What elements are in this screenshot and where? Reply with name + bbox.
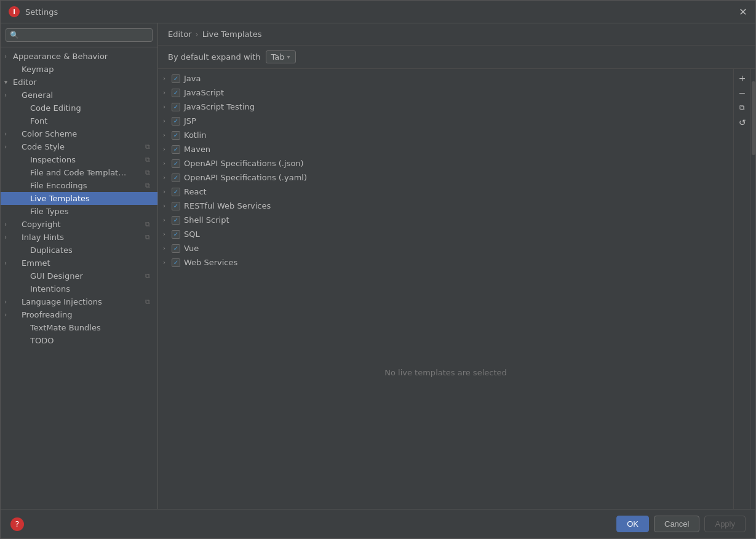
sidebar-item-intentions[interactable]: Intentions [1, 282, 157, 295]
sidebar-item-color-scheme[interactable]: › Color Scheme [1, 127, 157, 140]
expand-dropdown[interactable]: Tab ▾ [266, 50, 296, 63]
template-list-item[interactable]: ›✓SQL [158, 227, 733, 241]
apply-button[interactable]: Apply [704, 516, 746, 532]
close-button[interactable]: ✕ [738, 7, 748, 17]
copy-icon: ⧉ [145, 156, 154, 164]
remove-button[interactable]: − [736, 86, 749, 100]
sidebar-item-label: GUI Designer [30, 271, 143, 281]
template-checkbox[interactable]: ✓ [172, 174, 180, 182]
sidebar-item-gui-designer[interactable]: GUI Designer ⧉ [1, 270, 157, 282]
chevron-icon: › [163, 103, 172, 110]
sidebar: 🔍 › Appearance & Behavior Keymap [1, 23, 158, 509]
template-list-item[interactable]: ›✓Kotlin [158, 128, 733, 142]
template-list-item[interactable]: ›✓JavaScript Testing [158, 100, 733, 114]
help-button[interactable]: ? [10, 517, 24, 531]
chevron-icon: › [4, 311, 13, 318]
sidebar-item-appearance[interactable]: › Appearance & Behavior [1, 50, 157, 63]
templates-area: ›✓Java›✓JavaScript›✓JavaScript Testing›✓… [158, 69, 755, 509]
sidebar-item-label: Intentions [30, 284, 154, 293]
template-checkbox[interactable]: ✓ [172, 230, 180, 239]
sidebar-item-code-style[interactable]: › Code Style ⧉ [1, 140, 157, 153]
template-checkbox[interactable]: ✓ [172, 258, 180, 267]
sidebar-item-file-code-templates[interactable]: File and Code Templat… ⧉ [1, 166, 157, 179]
action-buttons: + − ⧉ ↺ [733, 69, 750, 509]
breadcrumb-parent: Editor [168, 30, 191, 39]
chevron-icon: ▾ [4, 79, 13, 86]
template-checkbox[interactable]: ✓ [172, 74, 180, 83]
template-list-item[interactable]: ›✓JavaScript [158, 86, 733, 100]
content-area: 🔍 › Appearance & Behavior Keymap [1, 23, 755, 509]
sidebar-item-label: Code Style [22, 142, 143, 151]
search-input-wrap[interactable]: 🔍 [6, 28, 153, 42]
template-list-item[interactable]: ›✓OpenAPI Specifications (.json) [158, 156, 733, 170]
sidebar-item-label: Font [30, 116, 154, 126]
template-checkbox[interactable]: ✓ [172, 159, 180, 168]
search-input[interactable] [22, 31, 148, 39]
sidebar-item-label: File Types [30, 207, 154, 216]
sidebar-item-code-editing[interactable]: Code Editing [1, 102, 157, 114]
template-item-label: Maven [184, 145, 728, 154]
sidebar-item-label: Copyright [22, 220, 143, 229]
add-button[interactable]: + [736, 71, 749, 85]
sidebar-item-duplicates[interactable]: Duplicates [1, 244, 157, 257]
sidebar-item-copyright[interactable]: › Copyright ⧉ [1, 218, 157, 231]
sidebar-item-proofreading[interactable]: › Proofreading [1, 308, 157, 321]
template-checkbox[interactable]: ✓ [172, 103, 180, 111]
ok-button[interactable]: OK [616, 516, 649, 532]
template-item-label: JavaScript [184, 88, 728, 97]
cancel-button[interactable]: Cancel [654, 516, 699, 532]
chevron-icon: › [163, 202, 172, 209]
template-checkbox[interactable]: ✓ [172, 89, 180, 97]
template-item-label: Java [184, 74, 728, 83]
sidebar-item-todo[interactable]: TODO [1, 334, 157, 347]
sidebar-item-inlay-hints[interactable]: › Inlay Hints ⧉ [1, 231, 157, 244]
template-list-item[interactable]: ›✓OpenAPI Specifications (.yaml) [158, 170, 733, 185]
template-checkbox[interactable]: ✓ [172, 131, 180, 140]
template-list-item[interactable]: ›✓Java [158, 71, 733, 86]
search-icon: 🔍 [10, 31, 19, 39]
template-item-label: OpenAPI Specifications (.yaml) [184, 173, 728, 182]
breadcrumb-separator: › [195, 30, 198, 39]
template-item-label: JavaScript Testing [184, 102, 728, 111]
bottom-bar: ? OK Cancel Apply [1, 509, 755, 538]
sidebar-item-keymap[interactable]: Keymap [1, 63, 157, 76]
sidebar-item-language-injections[interactable]: › Language Injections ⧉ [1, 295, 157, 308]
sidebar-item-file-types[interactable]: File Types [1, 205, 157, 218]
template-list-item[interactable]: ›✓React [158, 185, 733, 199]
nav-tree: › Appearance & Behavior Keymap ▾ Editor … [1, 47, 157, 509]
template-list-item[interactable]: ›✓JSP [158, 114, 733, 128]
template-list-item[interactable]: ›✓Maven [158, 142, 733, 156]
chevron-icon: › [4, 298, 13, 305]
restore-button[interactable]: ↺ [736, 116, 749, 129]
template-list-item[interactable]: ›✓Vue [158, 241, 733, 255]
template-checkbox[interactable]: ✓ [172, 145, 180, 154]
sidebar-item-label: File and Code Templat… [30, 168, 143, 177]
template-checkbox[interactable]: ✓ [172, 216, 180, 225]
template-checkbox[interactable]: ✓ [172, 202, 180, 210]
sidebar-item-general[interactable]: › General [1, 89, 157, 102]
sidebar-item-label: File Encodings [30, 181, 143, 190]
sidebar-item-label: Editor [13, 78, 154, 87]
chevron-icon: › [163, 160, 172, 167]
scrollbar-track[interactable] [750, 69, 755, 509]
sidebar-item-label: Emmet [22, 258, 154, 268]
chevron-icon: › [4, 260, 13, 266]
template-checkbox[interactable]: ✓ [172, 117, 180, 126]
template-list-item[interactable]: ›✓Web Services [158, 255, 733, 270]
copy-icon: ⧉ [145, 143, 154, 151]
template-list-item[interactable]: ›✓RESTful Web Services [158, 199, 733, 213]
scrollbar-thumb[interactable] [752, 81, 755, 155]
template-checkbox[interactable]: ✓ [172, 188, 180, 196]
title-bar-left: I Settings [8, 6, 58, 18]
copy-button[interactable]: ⧉ [736, 101, 749, 114]
sidebar-item-font[interactable]: Font [1, 114, 157, 127]
sidebar-item-file-encodings[interactable]: File Encodings ⧉ [1, 179, 157, 192]
sidebar-item-emmet[interactable]: › Emmet [1, 257, 157, 270]
sidebar-item-live-templates[interactable]: Live Templates [1, 192, 157, 205]
sidebar-item-editor[interactable]: ▾ Editor [1, 76, 157, 89]
template-checkbox[interactable]: ✓ [172, 244, 180, 253]
dropdown-arrow: ▾ [287, 54, 290, 60]
sidebar-item-inspections[interactable]: Inspections ⧉ [1, 153, 157, 166]
template-list-item[interactable]: ›✓Shell Script [158, 213, 733, 227]
sidebar-item-textmate-bundles[interactable]: TextMate Bundles [1, 321, 157, 334]
